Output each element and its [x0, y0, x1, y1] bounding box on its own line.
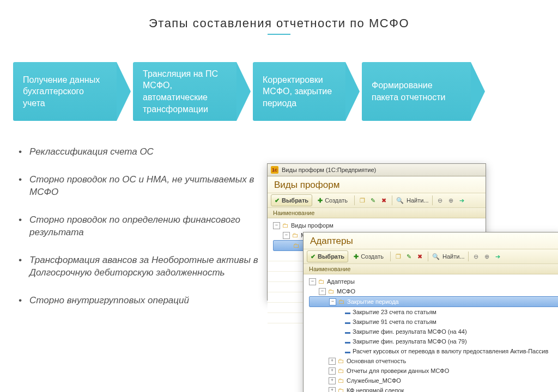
expand-icon[interactable]: +: [329, 387, 336, 393]
bullet-4: Трансформация авансов за Необоротные акт…: [16, 254, 272, 279]
plus-icon: ✚: [354, 254, 359, 260]
form-caption: Виды проформ: [268, 176, 486, 193]
app-icon: 1c: [271, 166, 278, 174]
bullet-list: Реклассификация счета ОС Сторно проводок…: [16, 146, 272, 307]
folder-icon: 🗀: [338, 298, 345, 305]
tree-label: Расчет курсовых от перевода в валюту пре…: [353, 348, 548, 354]
step-1: Получение данных бухгалтерского учета: [13, 62, 117, 121]
expand-icon[interactable]: +: [329, 377, 336, 384]
screenshots: 1c Виды проформ (1С:Предприятие) Виды пр…: [267, 163, 558, 392]
separator: [392, 195, 392, 205]
edit-icon[interactable]: ✎: [369, 196, 378, 205]
tree-msfo[interactable]: −🗀МСФО: [309, 286, 558, 296]
nav-icon[interactable]: ➔: [494, 252, 502, 261]
item-icon: ▬: [345, 348, 350, 354]
tree-root[interactable]: −🗀Виды проформ: [273, 220, 486, 230]
delete-icon[interactable]: ✖: [380, 196, 389, 205]
separator: [390, 252, 391, 261]
tree-item[interactable]: ▬Закрытие 23 счета по статьям: [309, 307, 558, 317]
tree-closing[interactable]: −🗀Закрытие периода: [309, 296, 558, 307]
copy-icon[interactable]: ❐: [394, 252, 403, 261]
zoom-out-icon[interactable]: ⊖: [472, 252, 481, 261]
folder-icon: 🗀: [318, 278, 325, 285]
collapse-icon[interactable]: −: [283, 232, 290, 239]
edit-icon[interactable]: ✎: [405, 252, 414, 261]
folder-icon: 🗀: [338, 357, 344, 365]
toolbar: ✔Выбрать ✚Создать ❐ ✎ ✖ 🔍 Найти... ⊖ ⊕ ➔: [268, 193, 486, 208]
column-header[interactable]: Наименование: [304, 264, 558, 274]
tree-item[interactable]: ▬Закрытие 91 счета по статьям: [309, 317, 558, 327]
tree-label: Закрытие фин. результата МСФО (на 79): [353, 338, 467, 345]
tree-label: Адаптеры: [327, 278, 355, 285]
item-icon: ▬: [345, 319, 350, 325]
tree-label: Закрытие периода: [347, 298, 399, 305]
folder-icon: 🗀: [338, 387, 344, 392]
tree-label: Виды проформ: [291, 222, 333, 229]
find-icon[interactable]: 🔍: [432, 252, 440, 261]
separator: [428, 252, 428, 261]
select-label: Выбрать: [282, 197, 308, 204]
slide-title: Этапы составления отчетности по МСФО: [16, 16, 542, 30]
column-header[interactable]: Наименование: [268, 208, 486, 218]
tree-label: МСФО: [337, 288, 355, 295]
expand-icon[interactable]: +: [329, 358, 336, 365]
bullet-1: Реклассификация счета ОС: [16, 146, 272, 158]
tree-root[interactable]: −🗀Адаптеры: [309, 277, 558, 286]
collapse-icon[interactable]: −: [329, 298, 336, 305]
check-icon: ✔: [311, 254, 316, 260]
tree-label: Отчеты для проверки данных МСФО: [347, 367, 449, 374]
zoom-in-icon[interactable]: ⊕: [447, 196, 456, 205]
select-label: Выбрать: [318, 253, 344, 260]
folder-icon: 🗀: [338, 367, 344, 375]
tree-item[interactable]: ▬Расчет курсовых от перевода в валюту пр…: [309, 346, 558, 356]
step-3-label: Корректировки МСФО, закрытие периода: [263, 74, 333, 109]
tree-label: КФ непрямой слепок: [347, 387, 404, 392]
process-steps: Получение данных бухгалтерского учета Тр…: [13, 62, 542, 121]
toolbar: ✔Выбрать ✚Создать ❐ ✎ ✖ 🔍 Найти... ⊖ ⊕ ➔: [304, 249, 558, 264]
tree-folder[interactable]: +🗀Основная отчетность: [309, 356, 558, 366]
separator: [468, 252, 469, 261]
tree-label: Закрытие 91 счета по статьям: [353, 318, 436, 325]
find-icon[interactable]: 🔍: [396, 196, 404, 205]
tree-label: Служебные_МСФО: [347, 377, 401, 384]
step-1-label: Получение данных бухгалтерского учета: [23, 74, 105, 109]
find-label[interactable]: Найти...: [407, 197, 429, 204]
create-label: Создать: [325, 197, 348, 204]
folder-icon: 🗀: [282, 222, 289, 229]
title-underline: [268, 34, 290, 35]
plus-icon: ✚: [318, 198, 323, 204]
tree-folder[interactable]: +🗀Отчеты для проверки данных МСФО: [309, 366, 558, 376]
tree-item[interactable]: ▬Закрытие фин. результата МСФО (на 79): [309, 336, 558, 346]
folder-icon: 🗀: [328, 287, 335, 295]
item-icon: ▬: [345, 309, 350, 315]
bullet-3: Сторно проводок по определению финансово…: [16, 214, 272, 239]
tree-item[interactable]: ▬Закрытие фин. результата МСФО (на 44): [309, 327, 558, 336]
form-caption: Адаптеры: [304, 232, 558, 249]
copy-icon[interactable]: ❐: [358, 196, 367, 205]
bullet-5: Сторно внутригрупповых операций: [16, 295, 272, 307]
delete-icon[interactable]: ✖: [416, 252, 424, 261]
find-label[interactable]: Найти...: [442, 253, 465, 260]
window-titlebar: 1c Виды проформ (1С:Предприятие): [268, 164, 486, 176]
step-2: Трансляция на ПС МСФО, автоматические тр…: [133, 62, 236, 121]
select-button[interactable]: ✔Выбрать: [271, 194, 312, 206]
tree-label: Закрытие фин. результата МСФО (на 44): [353, 328, 467, 335]
tree-folder[interactable]: +🗀КФ непрямой слепок: [309, 385, 558, 392]
item-icon: ▬: [345, 339, 350, 345]
nav-icon[interactable]: ➔: [458, 196, 466, 205]
zoom-in-icon[interactable]: ⊕: [483, 252, 492, 261]
collapse-icon[interactable]: −: [309, 278, 316, 285]
tree-label: Основная отчетность: [347, 358, 406, 364]
zoom-out-icon[interactable]: ⊖: [436, 196, 445, 205]
window-adapters: Адаптеры ✔Выбрать ✚Создать ❐ ✎ ✖ 🔍 Найти…: [303, 232, 558, 392]
step-4: Формирование пакета отчетности: [362, 62, 471, 121]
collapse-icon[interactable]: −: [273, 222, 280, 229]
create-button[interactable]: ✚Создать: [350, 251, 387, 262]
tree-folder[interactable]: +🗀Служебные_МСФО: [309, 376, 558, 385]
create-button[interactable]: ✚Создать: [314, 195, 351, 206]
tree-label: Закрытие 23 счета по статьям: [353, 309, 436, 315]
expand-icon[interactable]: +: [329, 367, 336, 375]
select-button[interactable]: ✔Выбрать: [307, 250, 348, 262]
step-4-label: Формирование пакета отчетности: [372, 79, 459, 103]
collapse-icon[interactable]: −: [319, 288, 326, 295]
